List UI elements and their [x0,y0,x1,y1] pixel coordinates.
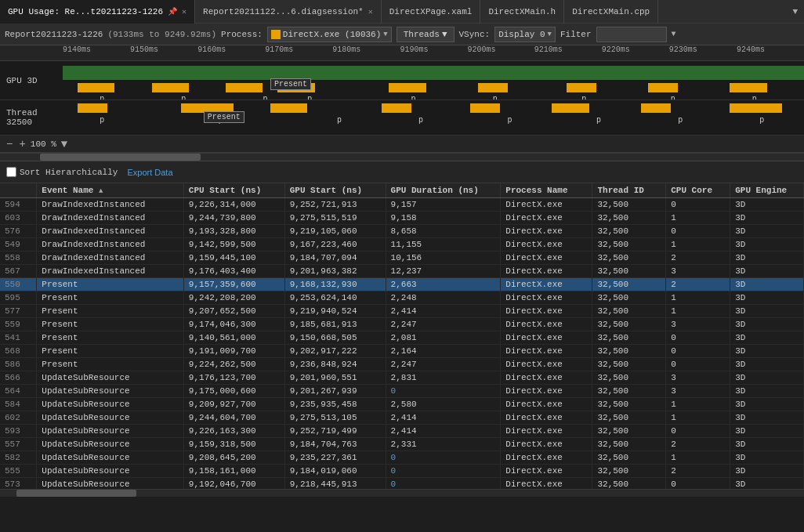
display-arrow: ▼ [548,31,552,38]
export-data-button[interactable]: Export Data [127,168,172,177]
cell-gpu-engine: 3D [730,318,804,331]
tab-diagsession-close[interactable]: ✕ [368,7,373,16]
gpu3d-content[interactable]: Present ppppppppp [63,61,804,100]
process-dropdown[interactable]: DirectX.exe (10036) ▼ [267,27,392,42]
cell-event: DrawIndexedInstanced [37,265,183,278]
bottom-scrollbar-thumb[interactable] [16,490,137,497]
sort-hierarchically-checkbox[interactable] [6,167,16,177]
cell-thread: 32,500 [592,451,666,465]
ruler-tick-0: 9140ms [63,45,91,54]
cell-gpu-engine: 3D [730,398,804,411]
thread-content[interactable]: p p p p p p p p Present [63,100,804,135]
table-row[interactable]: 573 UpdateSubResource 9,192,046,700 9,21… [0,478,804,490]
filter-input[interactable] [596,27,667,42]
table-row[interactable]: 559 Present 9,174,046,300 9,185,681,913 … [0,318,804,331]
vsync-label: VSync: [459,30,491,39]
table-row[interactable]: 595 Present 9,242,208,200 9,253,624,140 … [0,291,804,305]
zoom-out-button[interactable]: − [5,139,14,150]
table-row[interactable]: 576 DrawIndexedInstanced 9,193,328,800 9… [0,225,804,238]
thread-p-7: p [678,116,683,125]
table-row[interactable]: 586 Present 9,224,262,500 9,236,848,924 … [0,358,804,371]
cell-gpu-start: 9,235,935,458 [284,398,386,411]
display-dropdown[interactable]: Display 0 ▼ [494,27,556,42]
bottom-scrollbar[interactable] [0,489,804,497]
cell-cpu-core: 0 [666,358,730,371]
filter-dropdown-arrow[interactable]: ▼ [672,30,676,38]
tab-directxmain-cpp[interactable]: DirectXMain.cpp [564,0,658,24]
cell-gpu-engine: 3D [730,291,804,305]
thread-block-1 [78,103,107,113]
gpu3d-p-1: p [181,95,186,100]
cell-gpu-start: 9,167,223,460 [284,238,386,252]
tab-gpu-usage-pin[interactable]: 📌 [168,7,177,16]
table-row[interactable]: 558 DrawIndexedInstanced 9,159,445,100 9… [0,252,804,265]
cell-thread: 32,500 [592,305,666,318]
tab-directxpage[interactable]: DirectXPage.xaml [382,0,481,24]
title-bar: GPU Usage: Re...t20211223-1226 📌 ✕ Repor… [0,0,804,24]
zoom-in-button[interactable]: + [17,139,27,150]
table-row[interactable]: 549 DrawIndexedInstanced 9,142,599,500 9… [0,238,804,252]
threads-button[interactable]: Threads ▼ [397,27,455,42]
cell-gpu-engine: 3D [730,265,804,278]
table-row[interactable]: 564 UpdateSubResource 9,175,000,600 9,20… [0,385,804,398]
tab-gpu-usage[interactable]: GPU Usage: Re...t20211223-1226 📌 ✕ [0,0,195,24]
cell-gpu-duration: 0 [386,478,501,490]
tab-gpu-usage-close[interactable]: ✕ [182,7,187,16]
table-row[interactable]: 550 Present 9,157,359,600 9,168,132,930 … [0,278,804,291]
cell-process: DirectX.exe [501,465,592,478]
cell-cpu-core: 3 [666,371,730,385]
col-header-gpu-engine[interactable]: GPU Engine [730,183,804,198]
table-row[interactable]: 594 DrawIndexedInstanced 9,226,314,000 9… [0,198,804,212]
cell-gpu-duration: 0 [386,385,501,398]
table-row[interactable]: 603 DrawIndexedInstanced 9,244,739,800 9… [0,212,804,225]
tab-diagsession[interactable]: Report20211122...6.diagsession* ✕ [195,0,382,24]
cell-id: 567 [0,265,37,278]
ruler-tick-2: 9160ms [197,45,226,54]
col-header-gpu-duration[interactable]: GPU Duration (ns) [386,183,501,198]
table-row[interactable]: 582 UpdateSubResource 9,208,645,200 9,23… [0,451,804,465]
ruler-tick-6: 9200ms [468,45,496,54]
col-header-event[interactable]: Event Name [37,183,183,198]
col-header-process[interactable]: Process Name [501,183,592,198]
time-range-label: (9133ms to 9249.92ms) [107,30,216,39]
sort-hierarchically-option[interactable]: Sort Hierarchically [6,167,118,177]
zoom-dropdown-button[interactable]: ▼ [60,139,69,150]
table-row[interactable]: 555 UpdateSubResource 9,158,161,000 9,18… [0,465,804,478]
table-row[interactable]: 593 UpdateSubResource 9,226,163,300 9,25… [0,425,804,438]
cell-thread: 32,500 [592,318,666,331]
cell-id: 568 [0,345,37,358]
tab-directxmain-h[interactable]: DirectXMain.h [480,0,564,24]
col-header-gpu-start[interactable]: GPU Start (ns) [284,183,386,198]
cell-gpu-duration: 0 [386,465,501,478]
data-table-wrapper[interactable]: Event Name CPU Start (ns) GPU Start (ns)… [0,183,804,489]
col-header-thread[interactable]: Thread ID [592,183,666,198]
cell-gpu-duration: 9,158 [386,212,501,225]
cell-event: UpdateSubResource [37,438,183,451]
timeline-scrollbar-thumb[interactable] [40,154,201,161]
dropdown-arrow-icon[interactable]: ▼ [792,7,798,16]
cell-gpu-engine: 3D [730,238,804,252]
cell-gpu-start: 9,252,719,499 [284,425,386,438]
cell-cpu-core: 1 [666,305,730,318]
cell-event: Present [37,318,183,331]
cell-id: 584 [0,398,37,411]
table-row[interactable]: 602 UpdateSubResource 9,244,604,700 9,27… [0,411,804,425]
table-row[interactable]: 584 UpdateSubResource 9,209,927,700 9,23… [0,398,804,411]
cell-gpu-engine: 3D [730,225,804,238]
table-row[interactable]: 541 Present 9,140,561,000 9,150,668,505 … [0,331,804,345]
cell-cpu-start: 9,176,123,700 [183,371,284,385]
table-row[interactable]: 557 UpdateSubResource 9,159,318,500 9,18… [0,438,804,451]
table-row[interactable]: 567 DrawIndexedInstanced 9,176,403,400 9… [0,265,804,278]
cell-thread: 32,500 [592,212,666,225]
gpu3d-frame-7 [567,83,596,92]
table-row[interactable]: 568 Present 9,191,009,700 9,202,917,222 … [0,345,804,358]
timeline-scrollbar[interactable] [0,153,804,161]
col-header-cpu-core[interactable]: CPU Core [666,183,730,198]
thread-block-7 [641,103,671,113]
table-row[interactable]: 566 UpdateSubResource 9,176,123,700 9,20… [0,371,804,385]
col-header-cpu-start[interactable]: CPU Start (ns) [183,183,284,198]
cell-event: DrawIndexedInstanced [37,198,183,212]
table-row[interactable]: 577 Present 9,207,652,500 9,219,940,524 … [0,305,804,318]
table-header: Event Name CPU Start (ns) GPU Start (ns)… [0,183,804,198]
cell-gpu-engine: 3D [730,451,804,465]
